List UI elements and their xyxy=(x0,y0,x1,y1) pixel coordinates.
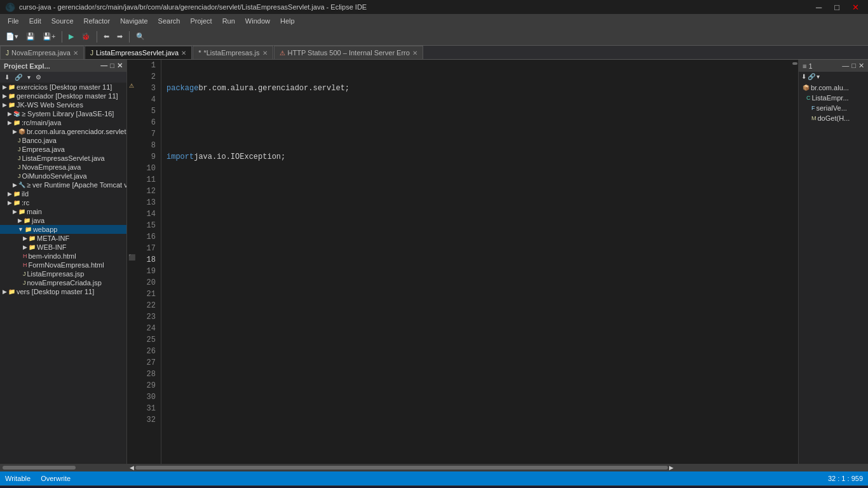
maximize-button[interactable]: □ xyxy=(831,3,843,12)
menu-source[interactable]: Source xyxy=(46,16,79,26)
tree-empresa[interactable]: J Empresa.java xyxy=(0,145,126,154)
menu-run[interactable]: Run xyxy=(217,16,240,26)
code-line-8 xyxy=(166,323,787,334)
menu-window[interactable]: Window xyxy=(240,16,275,26)
line-num-5: 5 xyxy=(141,105,156,117)
tab-http-status[interactable]: ⚠ HTTP Status 500 – Internal Server Erro… xyxy=(274,46,423,59)
tree-bemvindo-label: bem-vindo.html xyxy=(29,252,76,260)
line-num-25: 25 xyxy=(141,334,156,346)
save-all-button[interactable]: 💾+ xyxy=(39,30,58,43)
outline-title: ≡ 1 xyxy=(803,62,813,70)
outline-package[interactable]: 📦 br.com.alu... xyxy=(801,83,865,93)
tab-lista-empresas-js[interactable]: * *ListaEmpresas.js ✕ xyxy=(193,46,273,59)
line-num-11: 11 xyxy=(141,174,156,186)
tree-ild[interactable]: ▶ 📁 ild xyxy=(0,189,126,198)
tree-runtime[interactable]: ▶ 🔧 ≥ ver Runtime [Apache Tomcat v10.0] xyxy=(0,180,126,189)
sidebar-maximize-icon[interactable]: □ xyxy=(110,62,114,70)
tab-nova-empresa[interactable]: J NovaEmpresa.java ✕ xyxy=(0,46,84,59)
tree-listaemp-jsp-label: ListaEmpresas.jsp xyxy=(27,270,85,278)
outline-link-btn[interactable]: 🔗 xyxy=(808,73,815,80)
tree-metainf[interactable]: ▶ 📁 META-INF xyxy=(0,234,126,243)
tree-syslibrary[interactable]: ▶ 📚 ≥ System Library [JavaSE-16] xyxy=(0,109,126,118)
sidebar-scrollbar[interactable] xyxy=(0,464,126,471)
code-text[interactable]: package br.com.alura.gerenciador.servlet… xyxy=(161,60,792,464)
outline-collapse-btn[interactable]: ⬇ xyxy=(801,73,806,80)
tree-gerenciador-icon: 📁 xyxy=(8,93,15,99)
collapse-all-button[interactable]: ⬇ xyxy=(3,73,11,81)
sidebar-close-icon[interactable]: ✕ xyxy=(117,62,123,70)
tree-listaemp-jsp[interactable]: J ListaEmpresas.jsp xyxy=(0,269,126,278)
tree-banco[interactable]: J Banco.java xyxy=(0,136,126,145)
line-num-31: 31 xyxy=(141,403,156,414)
save-button[interactable]: 💾 xyxy=(23,30,38,43)
view-menu-button[interactable]: ▾ xyxy=(25,73,32,81)
outline-field[interactable]: F serialVe... xyxy=(801,103,865,113)
tab-nova-empresa-close[interactable]: ✕ xyxy=(73,50,78,57)
menu-file[interactable]: File xyxy=(3,16,24,26)
debug-button[interactable]: 🐞 xyxy=(78,30,93,43)
outline-scrollbar[interactable] xyxy=(799,464,868,471)
next-button[interactable]: ➡ xyxy=(114,30,126,43)
tab-servlet-close[interactable]: ✕ xyxy=(181,50,186,57)
outline-maximize[interactable]: □ xyxy=(851,62,856,70)
line-num-12: 12 xyxy=(141,186,156,197)
status-writable[interactable]: Writable xyxy=(5,475,31,482)
tab-lista-empresas-servlet[interactable]: J ListaEmpresasServlet.java ✕ xyxy=(85,46,192,59)
run-button[interactable]: ▶ xyxy=(65,30,77,43)
code-content[interactable]: · · ⚠ ⬛ xyxy=(127,60,798,464)
menu-help[interactable]: Help xyxy=(275,16,300,26)
menu-edit[interactable]: Edit xyxy=(24,16,46,26)
sidebar-settings-button[interactable]: ⚙ xyxy=(34,73,43,81)
line-num-18: 18 xyxy=(141,254,156,266)
tree-formnova[interactable]: H FormNovaEmpresa.html xyxy=(0,261,126,269)
tree-ild-label: ild xyxy=(22,190,29,198)
tab-js-dirty: * xyxy=(198,49,201,57)
tree-package[interactable]: ▶ 📦 br.com.alura.gerenciador.servlet xyxy=(0,127,126,136)
tree-gerenciador[interactable]: ▶ 📁 gerenciador [Desktop master 11] xyxy=(0,92,126,100)
tree-exercicios[interactable]: ▶ 📁 exercicios [Desktop master 11] xyxy=(0,83,126,92)
outline-settings-btn[interactable]: ▾ xyxy=(817,73,820,80)
prev-button[interactable]: ⬅ xyxy=(100,30,112,43)
outline-class[interactable]: C ListaEmpr... xyxy=(801,93,865,103)
outline-package-label: br.com.alu... xyxy=(811,84,849,92)
menu-refactor[interactable]: Refactor xyxy=(79,16,116,26)
tab-js-close[interactable]: ✕ xyxy=(262,50,268,57)
tree-formnova-label: FormNovaEmpresa.html xyxy=(29,261,104,269)
tree-bemvindo[interactable]: H bem-vindo.html xyxy=(0,252,126,261)
link-with-editor-button[interactable]: 🔗 xyxy=(13,73,24,81)
menu-project[interactable]: Project xyxy=(185,16,217,26)
editor-hscrollbar[interactable]: ◀ ▶ xyxy=(127,464,798,471)
tree-webinf[interactable]: ▶ 📁 WEB-INF xyxy=(0,243,126,252)
editor-vscrollbar[interactable] xyxy=(792,60,798,464)
line-num-29: 29 xyxy=(141,380,156,391)
tree-listaemp-servlet[interactable]: J ListaEmpresasServlet.java xyxy=(0,154,126,163)
tree-jkws[interactable]: ▶ 📁 JK-WS Web Services xyxy=(0,100,126,109)
tree-src[interactable]: ▶ 📁 :rc xyxy=(0,198,126,207)
sidebar-minimize-icon[interactable]: — xyxy=(100,62,107,70)
tree-srcmainjava[interactable]: ▶ 📁 :rc/main/java xyxy=(0,118,126,127)
outline-close[interactable]: ✕ xyxy=(858,62,864,70)
tree-java[interactable]: ▶ 📁 java xyxy=(0,216,126,225)
line-num-15: 15 xyxy=(141,220,156,231)
menu-search[interactable]: Search xyxy=(153,16,186,26)
tree-oimundo[interactable]: J OiMundoServlet.java xyxy=(0,172,126,180)
close-button[interactable]: ✕ xyxy=(848,3,863,12)
tree-exercicios-arrow: ▶ xyxy=(3,84,7,90)
tree-novaemp-criada[interactable]: J novaEmpresaCriada.jsp xyxy=(0,278,126,287)
search-button[interactable]: 🔍 xyxy=(133,30,148,43)
tree-main[interactable]: ▶ 📁 main xyxy=(0,207,126,216)
menu-navigate[interactable]: Navigate xyxy=(115,16,153,26)
outline-method[interactable]: M doGet(H... xyxy=(801,113,865,123)
tree-vers[interactable]: ▶ 📁 vers [Desktop master 11] xyxy=(0,287,126,296)
scroll-right-icon[interactable]: ▶ xyxy=(669,464,674,471)
scroll-left-icon[interactable]: ◀ xyxy=(130,464,134,471)
new-button[interactable]: 📄▾ xyxy=(3,30,22,43)
status-overwrite[interactable]: Overwrite xyxy=(41,475,71,482)
tab-http-close[interactable]: ✕ xyxy=(412,50,417,57)
tree-webapp[interactable]: ▼ 📁 webapp xyxy=(0,225,126,234)
tree-empresa-icon: J xyxy=(18,146,21,152)
tree-novaempresa[interactable]: J NovaEmpresa.java xyxy=(0,163,126,172)
minimize-button[interactable]: ─ xyxy=(812,3,825,12)
tree-formnova-icon: H xyxy=(23,262,27,268)
outline-minimize[interactable]: — xyxy=(842,62,849,70)
